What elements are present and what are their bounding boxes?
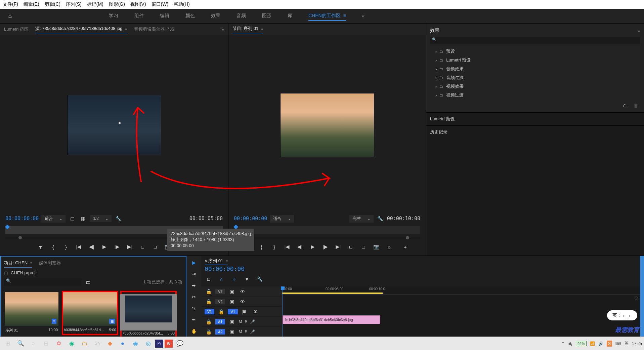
right-edge-scrollbar[interactable] bbox=[640, 256, 644, 350]
tray-volume-icon[interactable]: 🔊 bbox=[598, 341, 603, 346]
wps-icon[interactable]: W bbox=[165, 340, 173, 348]
menu-file[interactable]: 文件(F) bbox=[3, 1, 18, 7]
effects-folder-audio-fx[interactable]: ›🗀音频效果 bbox=[430, 65, 640, 73]
work-area-bar[interactable] bbox=[282, 293, 383, 294]
lock-icon[interactable]: 🔒 bbox=[205, 287, 213, 296]
track-v3[interactable]: V3 bbox=[215, 289, 225, 294]
app-icon[interactable]: ✿ bbox=[53, 338, 65, 349]
search-icon[interactable]: 🔍 bbox=[15, 338, 26, 349]
bin-item-clip-2[interactable]: 735c8dddca7d284705f...5:00 bbox=[122, 292, 175, 337]
workspace-overflow[interactable]: » bbox=[362, 11, 365, 21]
app-icon[interactable]: ◉ bbox=[130, 338, 141, 349]
toggle-output-icon[interactable]: ▣ bbox=[228, 318, 236, 326]
go-to-in-icon[interactable]: |◀ bbox=[75, 243, 83, 251]
project-search-input[interactable]: 🔍 bbox=[4, 278, 81, 286]
eye-icon[interactable]: 👁 bbox=[251, 308, 259, 316]
effects-folder-lumetri[interactable]: ›🗀Lumetri 预设 bbox=[430, 56, 640, 65]
mark-in-icon[interactable]: { bbox=[49, 243, 57, 251]
lock-icon[interactable]: 🔒 bbox=[205, 328, 213, 336]
tray-chevron-icon[interactable]: ˄ bbox=[562, 341, 564, 346]
cortana-icon[interactable]: ○ bbox=[28, 338, 39, 349]
step-forward-icon[interactable]: |▶ bbox=[113, 243, 121, 251]
wechat-icon[interactable]: 💬 bbox=[174, 338, 185, 349]
mic-icon[interactable]: 🎤 bbox=[250, 329, 255, 334]
timeline-timecode[interactable]: 00:00:00:00 bbox=[205, 264, 637, 274]
lumetri-color-panel[interactable]: Lumetri 颜色 bbox=[426, 112, 644, 125]
bin-item-sequence[interactable]: ≡ 序列 0110:00 bbox=[5, 292, 58, 335]
panel-menu-icon[interactable]: ≡ bbox=[261, 27, 263, 31]
clock[interactable]: 17:25 bbox=[632, 341, 642, 346]
scroll-handle-icon[interactable] bbox=[635, 297, 638, 300]
track-v1[interactable]: V1 bbox=[228, 309, 238, 314]
workspace-audio[interactable]: 音频 bbox=[237, 11, 246, 21]
go-to-in-icon[interactable]: |◀ bbox=[283, 243, 291, 251]
workspace-effects[interactable]: 效果 bbox=[211, 11, 220, 21]
new-bin-icon[interactable]: 🗀 bbox=[621, 102, 629, 110]
toggle-output-icon[interactable]: ▣ bbox=[241, 308, 249, 316]
track-v2[interactable]: V2 bbox=[215, 299, 225, 304]
program-timecode-in[interactable]: 00:00:00:00 bbox=[234, 216, 267, 222]
edge-icon[interactable]: ◉ bbox=[66, 338, 77, 349]
toggle-output-icon[interactable]: ▣ bbox=[228, 298, 236, 306]
solo-icon[interactable]: S bbox=[245, 329, 247, 334]
app-icon[interactable]: ◆ bbox=[104, 338, 116, 349]
track-a1[interactable]: A1 bbox=[215, 319, 225, 324]
slip-tool-icon[interactable]: ⇆ bbox=[189, 304, 199, 312]
start-icon[interactable]: ⊞ bbox=[2, 338, 13, 349]
insert-icon[interactable]: ⊏ bbox=[139, 243, 147, 251]
menu-view[interactable]: 视图(V) bbox=[130, 1, 146, 7]
pen-tool-icon[interactable]: ✒ bbox=[189, 316, 199, 324]
selection-tool-icon[interactable]: ▶ bbox=[189, 259, 199, 267]
go-to-out-icon[interactable]: ▶| bbox=[126, 243, 134, 251]
toggle-output-icon[interactable]: ▣ bbox=[228, 328, 236, 336]
effects-folder-audio-trans[interactable]: ›🗀音频过渡 bbox=[430, 73, 640, 82]
solo-icon[interactable]: S bbox=[245, 319, 247, 324]
workspace-assembly[interactable]: 组件 bbox=[134, 11, 144, 21]
menu-window[interactable]: 窗口(W) bbox=[152, 1, 169, 7]
razor-tool-icon[interactable]: ✂ bbox=[189, 293, 199, 301]
ime-indicator[interactable]: 英 bbox=[625, 341, 629, 346]
trash-icon[interactable]: 🗑 bbox=[632, 102, 640, 110]
effects-folder-video-fx[interactable]: ›🗀视频效果 bbox=[430, 82, 640, 91]
menu-marker[interactable]: 标记(M) bbox=[87, 1, 103, 7]
eye-icon[interactable]: 👁 bbox=[239, 287, 247, 296]
lock-icon[interactable]: 🔒 bbox=[217, 308, 225, 316]
workspace-learn[interactable]: 学习 bbox=[109, 11, 118, 21]
step-back-icon[interactable]: ◀| bbox=[296, 243, 304, 251]
program-scrubber[interactable] bbox=[234, 226, 420, 234]
tab-media-browser[interactable]: 媒体浏览器 bbox=[39, 260, 61, 268]
effects-search-input[interactable] bbox=[430, 37, 640, 44]
eye-icon[interactable]: 👁 bbox=[239, 298, 247, 306]
add-marker-icon[interactable]: ▼ bbox=[37, 243, 45, 251]
wrench-icon[interactable]: 🔧 bbox=[114, 215, 122, 223]
overwrite-icon[interactable]: ⊐ bbox=[152, 243, 160, 251]
settings-icon[interactable]: ▦ bbox=[79, 215, 87, 223]
mark-in-icon[interactable]: { bbox=[258, 243, 266, 251]
tray-input-icon[interactable]: ⌨ bbox=[615, 341, 621, 346]
panel-menu-icon[interactable]: ≡ bbox=[125, 27, 127, 31]
workspace-graphics[interactable]: 图形 bbox=[262, 11, 271, 21]
source-zoom-dropdown[interactable]: 适合 bbox=[41, 215, 66, 223]
menu-help[interactable]: 帮助(H) bbox=[174, 1, 189, 7]
add-button-icon[interactable]: + bbox=[401, 243, 410, 251]
step-forward-icon[interactable]: |▶ bbox=[321, 243, 330, 251]
tab-project[interactable]: 项目: CHEN ≡ bbox=[4, 260, 32, 268]
battery-icon[interactable]: 🔌 bbox=[567, 341, 572, 346]
extract-icon[interactable]: ⊐ bbox=[360, 243, 368, 251]
snap-icon[interactable]: ∩ bbox=[217, 275, 225, 283]
effects-folder-video-trans[interactable]: ›🗀视频过渡 bbox=[430, 91, 640, 100]
timeline-clip[interactable]: fxb03f8ff442ed6bf6a31dcb5c60fc6e8.jpg bbox=[283, 315, 380, 324]
track-select-tool-icon[interactable]: ⇥ bbox=[189, 270, 199, 278]
settings-icon[interactable]: 🔧 bbox=[256, 275, 264, 283]
safe-margins-icon[interactable]: ▢ bbox=[68, 215, 76, 223]
workspace-color[interactable]: 颜色 bbox=[185, 11, 195, 21]
menu-edit[interactable]: 编辑(E) bbox=[24, 1, 39, 7]
bin-item-clip-1[interactable]: ▦ b03f8ff442ed6bf6a31d...5:00 bbox=[63, 292, 117, 334]
step-back-icon[interactable]: ◀| bbox=[88, 243, 96, 251]
store-icon[interactable]: 🛍 bbox=[91, 338, 103, 349]
export-frame-icon[interactable]: 📷 bbox=[373, 243, 381, 251]
ripple-tool-icon[interactable]: ⬌ bbox=[189, 281, 199, 289]
source-v1[interactable]: V1 bbox=[205, 309, 214, 314]
mic-icon[interactable]: 🎤 bbox=[250, 319, 255, 324]
workspace-custom[interactable]: CHEN的工作区≡ bbox=[308, 11, 346, 21]
